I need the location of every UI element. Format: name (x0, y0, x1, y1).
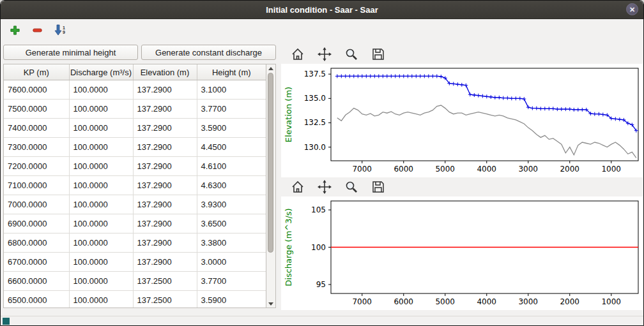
y-tick-label: 135.0 (304, 94, 326, 103)
table-cell[interactable]: 100.0000 (69, 253, 133, 272)
table-row[interactable]: 7100.0000100.0000137.29004.6300 (4, 176, 266, 195)
table-cell[interactable]: 7100.0000 (4, 176, 69, 195)
table-cell[interactable]: 100.0000 (69, 100, 133, 119)
save-floppy-icon (371, 47, 385, 61)
table-cell[interactable]: 137.2900 (133, 119, 197, 138)
elevation-zoom-button[interactable] (344, 47, 359, 62)
table-row[interactable]: 6800.0000100.0000137.29003.3800 (4, 233, 266, 253)
table-cell[interactable]: 137.2900 (133, 176, 197, 195)
table-row[interactable]: 7300.0000100.0000137.29004.4500 (4, 138, 266, 157)
remove-row-button[interactable] (31, 24, 44, 37)
sort-ascending-button[interactable]: 1 9 (53, 23, 66, 37)
table-cell[interactable]: 6900.0000 (4, 214, 69, 233)
table-cell[interactable]: 3.7700 (197, 100, 266, 119)
table-row[interactable]: 7400.0000100.0000137.29003.5900 (4, 119, 266, 138)
column-header-height[interactable]: Height (m) (197, 64, 266, 80)
table-cell[interactable]: 137.2900 (133, 80, 197, 100)
table-cell[interactable]: 100.0000 (69, 233, 133, 253)
scroll-down-icon (268, 302, 273, 306)
table-row[interactable]: 6700.0000100.0000137.29003.0000 (4, 253, 266, 272)
table-cell[interactable]: 100.0000 (69, 214, 133, 233)
table-cell[interactable]: 7300.0000 (4, 138, 69, 157)
scroll-up-button[interactable] (266, 64, 275, 72)
table-cell[interactable]: 6700.0000 (4, 253, 69, 272)
table-cell[interactable]: 7200.0000 (4, 157, 69, 176)
table-cell[interactable]: 4.6300 (197, 176, 266, 195)
app-window: Initial condition - Saar - Saar ✕ 1 9 (0, 0, 644, 326)
table-cell[interactable]: 7500.0000 (4, 100, 69, 119)
discharge-save-button[interactable] (371, 179, 386, 195)
table-row[interactable]: 6900.0000100.0000137.29003.6500 (4, 214, 266, 233)
table-cell[interactable]: 100.0000 (69, 176, 133, 195)
column-header-discharge[interactable]: Discharge (m³/s) (69, 64, 133, 80)
table-cell[interactable]: 137.2900 (133, 214, 197, 233)
table-row[interactable]: 7000.0000100.0000137.29003.9300 (4, 195, 266, 214)
generate-minimal-height-button[interactable]: Generate minimal height (3, 45, 138, 60)
table-cell[interactable]: 3.0000 (197, 253, 266, 272)
table-cell[interactable]: 3.1000 (197, 80, 266, 100)
generate-constant-discharge-button[interactable]: Generate constant discharge (141, 45, 276, 60)
table-cell[interactable]: 137.2900 (133, 253, 197, 272)
table-cell[interactable]: 100.0000 (69, 80, 133, 100)
table-cell[interactable]: 4.6100 (197, 157, 266, 176)
table-row[interactable]: 7200.0000100.0000137.29004.6100 (4, 157, 266, 176)
scroll-track[interactable] (266, 72, 275, 300)
table-cell[interactable]: 137.2500 (133, 272, 197, 291)
table-cell[interactable]: 100.0000 (69, 119, 133, 138)
table-cell[interactable]: 7600.0000 (4, 80, 69, 100)
x-tick-label: 7000 (352, 297, 372, 306)
discharge-chart[interactable]: 700060005000400030002000100010510095Disc… (281, 196, 643, 310)
elevation-save-button[interactable] (371, 47, 386, 62)
home-icon (291, 180, 305, 194)
discharge-pan-button[interactable] (317, 179, 332, 195)
discharge-home-button[interactable] (290, 179, 305, 195)
elevation-chart[interactable]: 7000600050004000300020001000137.5135.013… (281, 64, 643, 177)
initial-condition-panel: Generate minimal height Generate constan… (3, 45, 276, 316)
table-cell[interactable]: 7400.0000 (4, 119, 69, 138)
table-cell[interactable]: 3.5900 (197, 291, 266, 309)
table-cell[interactable]: 100.0000 (69, 195, 133, 214)
titlebar[interactable]: Initial condition - Saar - Saar ✕ (1, 1, 643, 19)
table-cell[interactable]: 3.6500 (197, 214, 266, 233)
sort-digits: 1 9 (63, 26, 65, 34)
y-axis-label: Discharge (m^3/s) (284, 208, 293, 286)
scroll-thumb[interactable] (268, 73, 273, 253)
elevation-home-button[interactable] (290, 47, 305, 62)
column-header-elevation[interactable]: Elevation (m) (133, 64, 197, 80)
table-cell[interactable]: 100.0000 (69, 157, 133, 176)
table-scrollbar[interactable] (266, 64, 275, 307)
table-row[interactable]: 7500.0000100.0000137.29003.7700 (4, 100, 266, 119)
x-tick-label: 2000 (560, 297, 579, 306)
table-cell[interactable]: 100.0000 (69, 291, 133, 309)
table-cell[interactable]: 3.7700 (197, 272, 266, 291)
table-row[interactable]: 6500.0000100.0000137.25003.5900 (4, 291, 266, 309)
table-cell[interactable]: 7000.0000 (4, 195, 69, 214)
x-tick-label: 3000 (518, 297, 538, 306)
table-cell[interactable]: 3.9300 (197, 195, 266, 214)
table-cell[interactable]: 137.2500 (133, 291, 197, 309)
x-tick-label: 6000 (394, 297, 413, 306)
close-button[interactable]: ✕ (626, 3, 638, 15)
elevation-pan-button[interactable] (317, 47, 332, 62)
column-header-kp[interactable]: KP (m) (4, 64, 69, 80)
table-cell[interactable]: 137.2900 (133, 138, 197, 157)
table-cell[interactable]: 137.2900 (133, 195, 197, 214)
table-cell[interactable]: 137.2900 (133, 233, 197, 253)
table-cell[interactable]: 137.2900 (133, 100, 197, 119)
initial-condition-table: KP (m) Discharge (m³/s) Elevation (m) He… (3, 64, 276, 308)
table-cell[interactable]: 137.2900 (133, 157, 197, 176)
table-row[interactable]: 6600.0000100.0000137.25003.7700 (4, 272, 266, 291)
table-cell[interactable]: 3.3800 (197, 233, 266, 253)
table-cell[interactable]: 100.0000 (69, 138, 133, 157)
discharge-zoom-button[interactable] (344, 179, 359, 195)
add-row-button[interactable] (8, 24, 22, 37)
table-row[interactable]: 7600.0000100.0000137.29003.1000 (4, 80, 266, 100)
table-cell[interactable]: 3.5900 (197, 119, 266, 138)
scroll-down-button[interactable] (266, 300, 275, 307)
table-cell[interactable]: 4.4500 (197, 138, 266, 157)
table-cell[interactable]: 6600.0000 (4, 272, 69, 291)
elevation-plot-toolbar (281, 45, 641, 64)
table-cell[interactable]: 100.0000 (69, 272, 133, 291)
table-cell[interactable]: 6800.0000 (4, 233, 69, 253)
table-cell[interactable]: 6500.0000 (4, 291, 69, 309)
